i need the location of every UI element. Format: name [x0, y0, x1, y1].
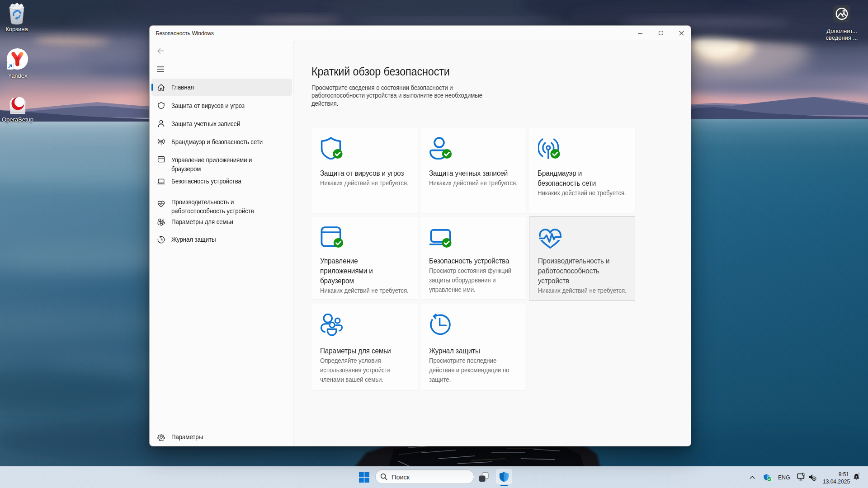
svg-text:z: z	[858, 472, 859, 475]
svg-text:z: z	[855, 475, 857, 479]
